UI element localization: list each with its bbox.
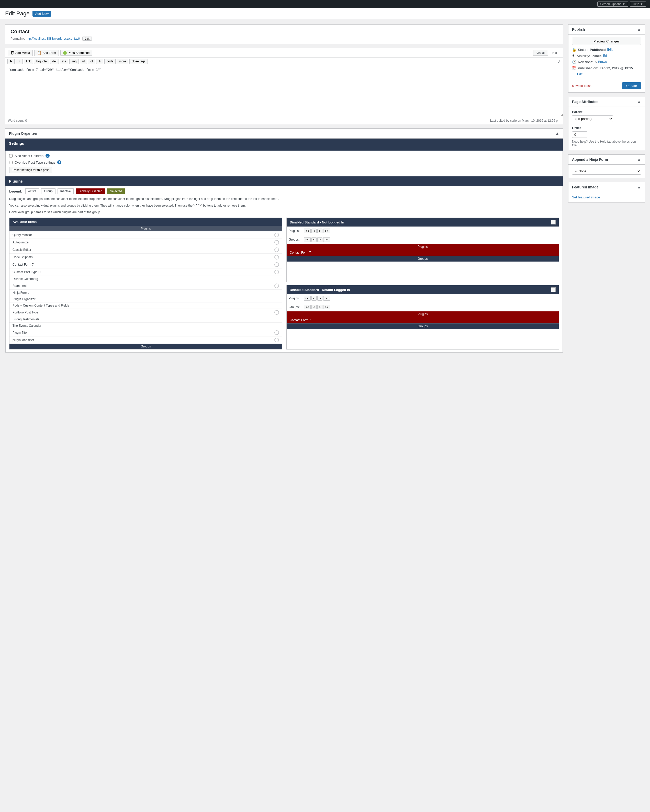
override-post-type-help-icon[interactable]: ? (57, 160, 61, 164)
plugin-organizer-header[interactable]: Plugin Organizer ▲ (5, 128, 563, 139)
groups-nav-prev[interactable]: < (311, 237, 317, 242)
update-btn[interactable]: Update (622, 82, 641, 89)
list-item[interactable]: Frammenti (9, 282, 282, 290)
list-item[interactable]: Code Snippets (9, 253, 282, 261)
list-item[interactable]: Disable Gutenberg (9, 276, 282, 282)
list-item[interactable]: Plugin filter (9, 329, 282, 336)
revisions-browse-link[interactable]: Browse (598, 60, 608, 64)
status-edit-link[interactable]: Edit (607, 48, 613, 51)
bquote-btn[interactable]: b-quote (34, 59, 49, 64)
list-item[interactable]: The Events Calendar (9, 323, 282, 329)
list-item[interactable]: Custom Post Type UI (9, 269, 282, 276)
groups-nav-last[interactable]: >> (323, 237, 330, 242)
reset-settings-btn[interactable]: Reset settings for this post (9, 167, 52, 173)
add-form-btn[interactable]: 📋 Add Form (34, 50, 59, 56)
legend-inactive[interactable]: Inactive (58, 188, 74, 194)
ul-btn[interactable]: ul (80, 59, 87, 64)
add-new-button[interactable]: Add New (32, 11, 51, 17)
img-btn[interactable]: img (69, 59, 79, 64)
list-item[interactable]: Autoptimize (9, 239, 282, 246)
bold-btn[interactable]: b (8, 59, 15, 64)
groups-nav-last-2[interactable]: >> (323, 305, 330, 309)
ins-btn[interactable]: ins (60, 59, 68, 64)
link-btn[interactable]: link (24, 59, 33, 64)
del-btn[interactable]: del (50, 59, 59, 64)
plugin-circle-icon[interactable] (275, 284, 279, 288)
text-tab[interactable]: Text (548, 50, 560, 56)
plugins-nav-prev-2[interactable]: < (311, 296, 317, 301)
plugin-circle-icon[interactable] (275, 330, 279, 335)
plugins-nav-next[interactable]: > (317, 229, 322, 233)
list-item[interactable]: Pods – Custom Content Types and Fields (9, 302, 282, 309)
plugins-nav-first[interactable]: << (304, 229, 311, 233)
list-item[interactable]: Plugin Organizer (9, 296, 282, 302)
list-item[interactable]: Strong Testimonials (9, 316, 282, 323)
groups-nav-first-2[interactable]: << (304, 305, 311, 309)
add-media-btn[interactable]: 🖼 Add Media (8, 50, 33, 56)
also-affect-children-help-icon[interactable]: ? (46, 154, 50, 158)
groups-nav-first[interactable]: << (304, 237, 311, 242)
li-btn[interactable]: li (96, 59, 103, 64)
plugin-circle-icon[interactable] (275, 233, 279, 237)
also-affect-children-checkbox[interactable] (9, 154, 12, 157)
append-ninja-form-collapse-btn[interactable]: ▲ (637, 157, 641, 162)
help-btn[interactable]: Help ▼ (630, 2, 646, 7)
list-item[interactable]: Portfolio Post Type (9, 309, 282, 316)
plugin-circle-icon[interactable] (275, 247, 279, 252)
ol-btn[interactable]: ol (88, 59, 95, 64)
screen-options-btn[interactable]: Screen Options ▼ (597, 2, 628, 7)
groups-nav-row: Groups: << < > >> (287, 235, 559, 244)
preview-changes-btn[interactable]: Preview Changes (572, 38, 641, 45)
list-item[interactable]: Ninja Forms (9, 290, 282, 296)
set-featured-image-link[interactable]: Set featured image (572, 195, 600, 199)
list-item[interactable]: plugin load filter (9, 336, 282, 343)
visibility-edit-link[interactable]: Edit (603, 54, 608, 58)
order-input[interactable] (572, 131, 587, 138)
groups-nav-next[interactable]: > (317, 237, 322, 242)
plugins-nav-last[interactable]: >> (323, 229, 330, 233)
page-attributes-collapse-btn[interactable]: ▲ (637, 99, 641, 104)
close-tags-btn[interactable]: close tags (130, 59, 148, 64)
expand-icon[interactable]: ⤢ (557, 59, 561, 64)
plugin-circle-icon[interactable] (275, 338, 279, 342)
italic-btn[interactable]: i (15, 59, 23, 64)
more-btn[interactable]: more (117, 59, 128, 64)
legend-selected[interactable]: Selected (107, 188, 125, 194)
list-item[interactable]: Contact Form 7 (287, 250, 559, 256)
plugin-circle-icon[interactable] (275, 262, 279, 267)
plugins-nav-first-2[interactable]: << (304, 296, 311, 301)
edit-permalink-btn[interactable]: Edit (82, 37, 92, 41)
plugin-circle-icon[interactable] (275, 240, 279, 245)
plugin-circle-icon[interactable] (275, 310, 279, 315)
plugin-circle-icon[interactable] (275, 270, 279, 274)
list-item[interactable]: Contact Form 7 (287, 317, 559, 324)
code-btn[interactable]: code (104, 59, 116, 64)
legend-active[interactable]: Active (25, 188, 40, 194)
permalink-url[interactable]: http://localhost:8888/wordpress/contact/ (26, 37, 80, 40)
plugins-nav-prev[interactable]: < (311, 229, 317, 233)
featured-image-collapse-btn[interactable]: ▲ (637, 185, 641, 189)
visual-tab[interactable]: Visual (533, 50, 548, 56)
plugin-organizer-collapse-btn[interactable]: ▲ (555, 131, 559, 136)
legend-globally-disabled[interactable]: Globally Disabled (76, 188, 105, 194)
disabled-not-logged-collapse[interactable]: − (551, 220, 555, 224)
groups-nav-prev-2[interactable]: < (311, 305, 317, 309)
list-item[interactable]: Contact Form 7 (9, 261, 282, 269)
disabled-default-logged-collapse[interactable]: − (551, 287, 555, 292)
parent-select[interactable]: (no parent) (572, 115, 613, 122)
legend-group[interactable]: Group (41, 188, 55, 194)
visibility-row: 👁 Visibility: Public Edit (572, 54, 641, 58)
override-post-type-checkbox[interactable] (9, 161, 12, 164)
published-edit-link[interactable]: Edit (577, 72, 583, 76)
ninja-form-select[interactable]: -- None (572, 168, 641, 175)
plugin-circle-icon[interactable] (275, 255, 279, 259)
editor-textarea[interactable]: [contact-form-7 id="29" title="Contact f… (5, 65, 563, 116)
plugins-nav-next-2[interactable]: > (317, 296, 322, 301)
pods-shortcode-btn[interactable]: Pods Shortcode (60, 50, 92, 56)
list-item[interactable]: Classic Editor (9, 246, 282, 253)
move-trash-link[interactable]: Move to Trash (572, 84, 592, 88)
publish-collapse-btn[interactable]: ▲ (637, 27, 641, 32)
list-item[interactable]: Query Monitor (9, 231, 282, 239)
plugins-nav-last-2[interactable]: >> (323, 296, 330, 301)
groups-nav-next-2[interactable]: > (317, 305, 322, 309)
